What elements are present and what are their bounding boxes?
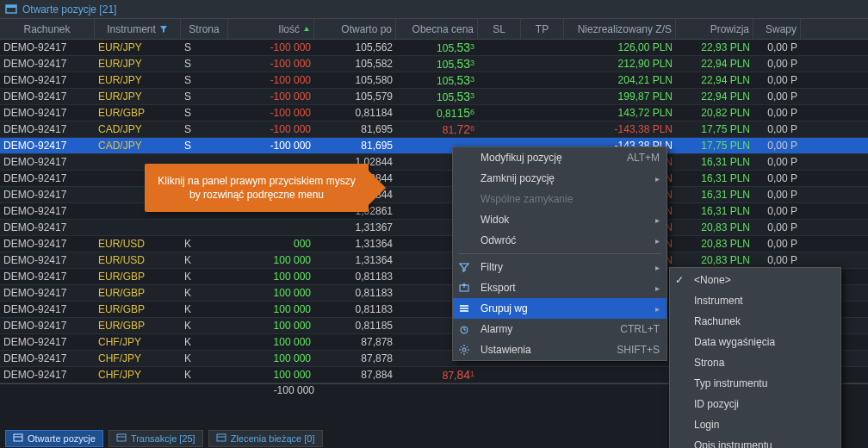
- table-row[interactable]: DEMO-92417EUR/JPYS-100 000105,580105,533…: [0, 72, 868, 89]
- window-title-bar: Otwarte pozycje [21]: [0, 0, 868, 19]
- submenu-expiry[interactable]: Data wygaśnięcia: [670, 332, 840, 352]
- table-row[interactable]: DEMO-92417EUR/USDK0001,31364-209,42 PLN2…: [0, 236, 868, 252]
- header-tp[interactable]: TP: [521, 19, 564, 39]
- list-icon: [13, 432, 23, 445]
- export-icon: [458, 282, 470, 294]
- filter-icon: [458, 261, 470, 273]
- svg-rect-1: [6, 5, 16, 8]
- filter-icon: [159, 25, 168, 34]
- chevron-right-icon: ▸: [655, 215, 660, 225]
- submenu-instr-type[interactable]: Typ instrumentu: [670, 373, 840, 394]
- menu-settings[interactable]: Ustawienia SHIFT+S: [453, 339, 666, 360]
- menu-filters[interactable]: Filtry ▸: [453, 257, 666, 277]
- list-icon: [216, 432, 226, 445]
- alarm-icon: [458, 323, 470, 335]
- table-row[interactable]: DEMO-92417EUR/JPYS-100 000105,579105,533…: [0, 89, 868, 105]
- menu-close-all: Wspólne zamykanie: [453, 189, 666, 209]
- submenu-strona[interactable]: Strona: [670, 352, 840, 373]
- submenu-rachunek[interactable]: Rachunek: [670, 311, 840, 332]
- list-icon: [116, 432, 127, 445]
- menu-close-position[interactable]: Zamknij pozycję ▸: [453, 168, 666, 189]
- submenu-login[interactable]: Login: [670, 414, 840, 435]
- svg-rect-5: [460, 310, 468, 312]
- submenu-pos-id[interactable]: ID pozycji: [670, 394, 840, 414]
- header-swapy[interactable]: Swapy: [753, 19, 801, 39]
- tab-open-positions[interactable]: Otwarte pozycje: [5, 430, 103, 447]
- context-menu[interactable]: Modyfikuj pozycję ALT+M Zamknij pozycję …: [452, 146, 667, 361]
- submenu-instr-desc[interactable]: Opis instrumentu: [670, 435, 840, 448]
- menu-alarms[interactable]: Alarmy CTRL+T: [453, 319, 666, 339]
- header-sl[interactable]: SL: [478, 19, 521, 39]
- chevron-right-icon: ▸: [655, 283, 660, 293]
- svg-rect-9: [117, 434, 126, 441]
- submenu-none[interactable]: ✓ <None>: [670, 270, 840, 290]
- menu-revert[interactable]: Odwróć ▸: [453, 230, 666, 251]
- table-row[interactable]: DEMO-92417CAD/JPYS-100 00081,69581,728-1…: [0, 121, 868, 138]
- group-by-submenu[interactable]: ✓ <None> Instrument Rachunek Data wygaśn…: [669, 267, 841, 448]
- chevron-right-icon: ▸: [655, 174, 660, 184]
- bottom-tabs: Otwarte pozycje Transakcje [25] Zlecenia…: [0, 429, 328, 448]
- menu-group-by[interactable]: Grupuj wg ▸: [453, 298, 666, 319]
- table-row[interactable]: DEMO-92417EUR/JPYS-100 000105,582105,533…: [0, 56, 868, 72]
- svg-rect-3: [460, 305, 468, 307]
- svg-rect-10: [217, 434, 226, 441]
- table-row[interactable]: DEMO-924171,02861-174,52 PLN16,31 PLN0,0…: [0, 203, 868, 220]
- chevron-right-icon: ▸: [655, 236, 660, 246]
- table-row[interactable]: DEMO-92417EUR/JPYS-100 000105,562105,533…: [0, 40, 868, 56]
- sort-asc-icon: [303, 26, 310, 33]
- menu-modify-position[interactable]: Modyfikuj pozycję ALT+M: [453, 147, 666, 168]
- window-icon: [5, 3, 17, 16]
- svg-point-7: [462, 348, 466, 352]
- header-zs[interactable]: Niezrealizowany Z/S: [564, 19, 676, 39]
- table-row[interactable]: DEMO-924171,02844-228,46 PLN16,31 PLN0,0…: [0, 171, 868, 187]
- table-row[interactable]: DEMO-92417EUR/GBPS-100 0000,811840,81156…: [0, 105, 868, 121]
- chevron-right-icon: ▸: [655, 263, 660, 272]
- header-instrument[interactable]: Instrument: [95, 19, 181, 39]
- table-header: Rachunek Instrument Strona Ilość Otwarto…: [0, 19, 868, 40]
- tooltip-callout: Kliknij na panel prawym przyciskiem mysz…: [145, 164, 369, 212]
- chevron-right-icon: ▸: [655, 304, 660, 314]
- total-ilosc: -100 000: [228, 384, 314, 400]
- tab-transactions[interactable]: Transakcje [25]: [108, 430, 203, 447]
- header-otwarto[interactable]: Otwarto po: [314, 19, 396, 39]
- header-prowizja[interactable]: Prowizja: [676, 19, 753, 39]
- menu-export[interactable]: Eksport ▸: [453, 277, 666, 298]
- header-obecna[interactable]: Obecna cena: [396, 19, 478, 39]
- svg-rect-8: [14, 434, 22, 441]
- check-icon: ✓: [675, 274, 684, 286]
- group-icon: [458, 302, 470, 314]
- menu-view[interactable]: Widok ▸: [453, 209, 666, 230]
- submenu-instrument[interactable]: Instrument: [670, 290, 840, 311]
- table-row[interactable]: DEMO-924171,02844-228,46 PLN16,31 PLN0,0…: [0, 187, 868, 203]
- table-row[interactable]: DEMO-924171,31367-218,94 PLN20,83 PLN0,0…: [0, 220, 868, 236]
- settings-icon: [458, 344, 470, 356]
- tab-pending-orders[interactable]: Zlecenia bieżące [0]: [208, 430, 323, 447]
- table-row[interactable]: DEMO-92417CAD/JPYS-100 00081,695-143,38 …: [0, 138, 868, 154]
- table-row[interactable]: DEMO-924171,02844-228,46 PLN16,31 PLN0,0…: [0, 154, 868, 171]
- header-ilosc[interactable]: Ilość: [228, 19, 314, 39]
- svg-rect-4: [460, 308, 468, 309]
- header-strona[interactable]: Strona: [181, 19, 228, 39]
- menu-separator: [458, 253, 661, 254]
- window-title: Otwarte pozycje [21]: [22, 3, 116, 16]
- header-rachunek[interactable]: Rachunek: [0, 19, 95, 39]
